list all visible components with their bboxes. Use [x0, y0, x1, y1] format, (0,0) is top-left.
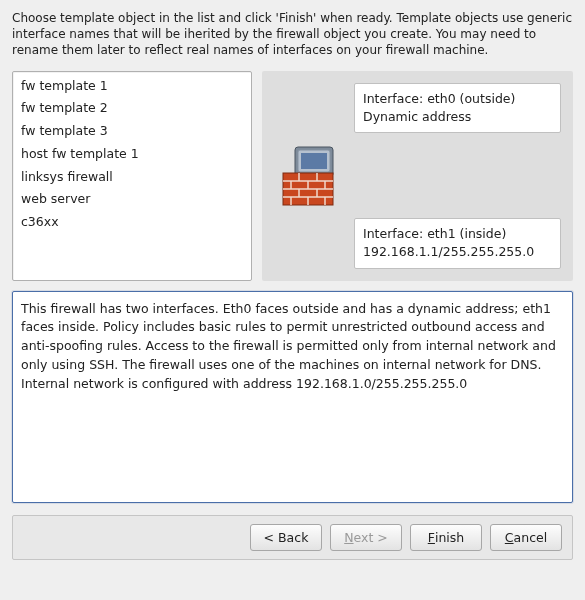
wizard-page: Choose template object in the list and c… [0, 0, 585, 600]
list-item[interactable]: fw template 3 [17, 120, 247, 143]
list-item[interactable]: fw template 2 [17, 97, 247, 120]
list-item[interactable]: web server [17, 188, 247, 211]
list-item[interactable]: linksys firewall [17, 166, 247, 189]
instruction-text: Choose template object in the list and c… [12, 10, 573, 59]
back-button[interactable]: < Back [250, 524, 322, 551]
icon-column [274, 83, 344, 269]
middle-row: fw template 1 fw template 2 fw template … [12, 71, 573, 281]
preview-panel: Interface: eth0 (outside) Dynamic addres… [262, 71, 573, 281]
interfaces-column: Interface: eth0 (outside) Dynamic addres… [354, 83, 561, 269]
svg-rect-2 [301, 153, 327, 169]
interface-box-eth1: Interface: eth1 (inside) 192.168.1.1/255… [354, 218, 561, 268]
button-bar: < Back Next > Finish Cancel [12, 515, 573, 560]
cancel-button[interactable]: Cancel [490, 524, 562, 551]
next-button: Next > [330, 524, 402, 551]
firewall-icon [281, 145, 337, 207]
template-list[interactable]: fw template 1 fw template 2 fw template … [12, 71, 252, 281]
finish-button[interactable]: Finish [410, 524, 482, 551]
description-box[interactable]: This firewall has two interfaces. Eth0 f… [12, 291, 573, 503]
iface-label: Interface: eth1 (inside) [363, 225, 552, 243]
iface-address: 192.168.1.1/255.255.255.0 [363, 243, 552, 261]
interface-box-eth0: Interface: eth0 (outside) Dynamic addres… [354, 83, 561, 133]
iface-address: Dynamic address [363, 108, 552, 126]
list-item[interactable]: c36xx [17, 211, 247, 234]
list-item[interactable]: host fw template 1 [17, 143, 247, 166]
iface-label: Interface: eth0 (outside) [363, 90, 552, 108]
list-item[interactable]: fw template 1 [17, 75, 247, 98]
